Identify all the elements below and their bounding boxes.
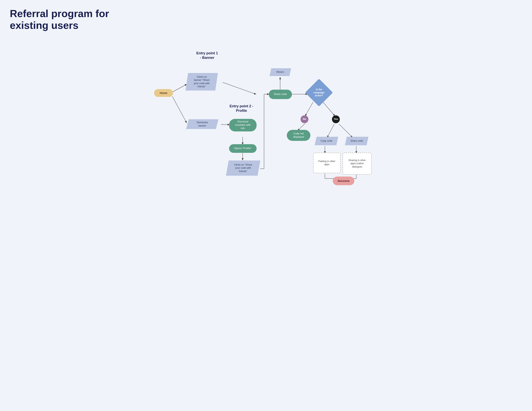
code-not-displayed-node: Code notdisplayed <box>287 130 310 141</box>
dismissal-snackbar-node: Dismissalsnackbar withinfo <box>229 119 256 131</box>
entry-point-2-label: Entry point 2 -Profile <box>221 104 262 113</box>
pasting-other-node: Pasting in otherapps <box>313 153 341 173</box>
opens-profile-node: Opens "Profile" <box>229 144 256 153</box>
no-circle-node: No <box>301 115 308 123</box>
svg-line-14 <box>327 124 334 137</box>
svg-line-15 <box>339 124 352 137</box>
share-code2-node: Share code <box>345 137 369 145</box>
is-campaign-label: Is thecampaignactive? <box>314 88 324 97</box>
svg-line-13 <box>298 124 305 131</box>
dismisses-banner-node: Dismissesbanner <box>186 119 218 129</box>
clicks-banner-node: Clicks onbanner "Shareyour code withfrie… <box>186 73 218 91</box>
svg-line-2 <box>223 82 256 94</box>
sharing-native-node: Sharing in otherapps (nativedialogue) <box>342 153 372 175</box>
yes-circle-node: Yes <box>332 115 340 123</box>
entry-point-1-label: Entry point 1- Banner <box>190 51 225 60</box>
home-node: Home <box>154 89 173 97</box>
share-code-main-node: Share code <box>269 90 292 99</box>
is-campaign-node: Is thecampaignactive? <box>305 79 333 106</box>
success-node: Success <box>333 177 354 185</box>
return-node: Return <box>270 68 291 76</box>
svg-line-0 <box>172 84 187 92</box>
clicks-share-profile-node: Clicks on "Shareyour code withfriends" <box>226 160 260 176</box>
flowchart-diagram: Entry point 1- Banner Entry point 2 -Pro… <box>148 39 384 196</box>
svg-line-11 <box>305 102 313 116</box>
page-title: Referral program forexisting users <box>10 8 112 31</box>
svg-line-12 <box>323 102 335 116</box>
svg-line-1 <box>172 96 187 123</box>
copy-code-node: Copy code <box>315 137 338 145</box>
